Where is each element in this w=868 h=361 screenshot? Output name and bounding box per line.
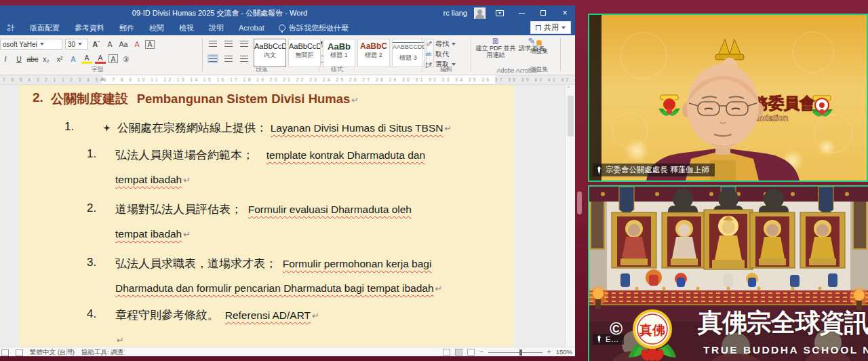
doc-item-1: 1. 弘法人員與道場合約範本； template kontrak Dharmad… xyxy=(19,147,506,163)
style-heading2[interactable]: AaBbC 標題 2 xyxy=(357,39,390,67)
horizontal-ruler[interactable]: 7 6 5 4 3 2 1 1 2 3 4 5 6 7 8 9 10 11 12… xyxy=(0,75,575,85)
tab-view[interactable]: 檢視 xyxy=(172,23,201,33)
strikethrough-button[interactable]: abc xyxy=(27,54,38,64)
document-title: 09-ID Divisi Humas 2025 交流會 - 公關處報告 - Wo… xyxy=(0,5,439,20)
title-bar: 09-ID Divisi Humas 2025 交流會 - 公關處報告 - Wo… xyxy=(0,5,575,20)
styles-group: AaBbCcDd 內文 AaBbCcDd 無間距 AaBb 標題 1 AaBbC… xyxy=(254,35,420,75)
align-center-button[interactable] xyxy=(223,54,234,64)
zoom-out-button[interactable]: − xyxy=(479,348,484,356)
tab-acrobat[interactable]: Acrobat xyxy=(231,24,272,32)
host-scrollbar-thumb[interactable] xyxy=(577,191,582,214)
subscript-button[interactable]: x₂ xyxy=(41,54,52,64)
addins-button[interactable]: 增益集 xyxy=(524,40,555,54)
share-button[interactable]: 共用 xyxy=(530,21,571,34)
doc-item-3-line2: Dharmaduta dan formulir pencarian Dharma… xyxy=(19,282,506,295)
vertical-scrollbar[interactable]: ˆ xyxy=(565,85,575,347)
enclose-characters-button[interactable]: A xyxy=(145,40,155,49)
doc-item-2-line2: tempat ibadah↵ xyxy=(19,227,506,241)
superscript-button[interactable]: x² xyxy=(54,54,65,64)
document-area: 2. 公關制度建設 Pembangunan Sistem Divisi Huma… xyxy=(0,85,575,347)
tell-me-box[interactable]: 告訴我您想做什麼 xyxy=(272,23,355,33)
watermark-english: TRUE BUDDHA SCHOOL NET xyxy=(703,344,868,356)
italic-button[interactable]: I xyxy=(0,54,11,64)
indent-marker[interactable] xyxy=(100,77,105,81)
addins-group: 增益集 增益集 xyxy=(524,35,555,75)
tab-help[interactable]: 說明 xyxy=(201,23,231,33)
tab-references[interactable]: 參考資料 xyxy=(67,23,112,33)
ruler-numbers: 7 6 5 4 3 2 1 1 2 3 4 5 6 7 8 9 10 11 12… xyxy=(3,77,559,82)
replace-icon: ab xyxy=(425,49,433,59)
account-avatar[interactable] xyxy=(474,7,486,19)
zoom-in-button[interactable]: + xyxy=(547,348,551,356)
document-page[interactable]: 2. 公關制度建設 Pembangunan Sistem Divisi Huma… xyxy=(19,85,514,347)
minimize-button[interactable] xyxy=(514,7,529,19)
scrollbar-thumb[interactable] xyxy=(568,96,574,136)
tab-design[interactable]: 計 xyxy=(0,23,22,33)
language-status[interactable]: 繁體中文 (台灣) xyxy=(30,348,75,357)
tab-mailings[interactable]: 郵件 xyxy=(112,23,142,33)
doc-item-4: 4. 章程守則參考條紋。 Referensi AD/ART↵ xyxy=(19,307,506,323)
page-count-icon[interactable] xyxy=(1,349,9,356)
underline-button[interactable]: U xyxy=(14,54,24,64)
text-highlight-button[interactable]: A xyxy=(81,54,92,64)
tab-review[interactable]: 校閱 xyxy=(142,23,172,33)
video-tile-temple[interactable]: E… © 真佛 真佛宗全球資訊網 TRUE BUDDHA SCHOOL NET xyxy=(588,185,868,361)
addin-dot-icon xyxy=(536,40,542,45)
style-no-spacing[interactable]: AaBbCcDd 無間距 xyxy=(288,39,321,67)
font-size-combobox[interactable]: 30 xyxy=(65,39,88,50)
account-name[interactable]: rc liang xyxy=(443,9,467,17)
zoom-slider[interactable] xyxy=(488,349,542,356)
share-icon xyxy=(536,25,541,31)
doc-empty-line: ↵ xyxy=(19,333,506,347)
paragraph-mark: ↵ xyxy=(182,175,191,185)
text-effects-button[interactable]: A xyxy=(68,54,79,64)
numbering-button[interactable] xyxy=(223,39,234,49)
editing-group-label: 編輯 xyxy=(425,65,468,74)
read-mode-button[interactable] xyxy=(443,349,450,356)
print-layout-button[interactable] xyxy=(455,349,462,356)
screen: 09-ID Divisi Humas 2025 交流會 - 公關處報告 - Wo… xyxy=(0,0,868,361)
pdf-icon: 🗎 xyxy=(475,38,517,45)
restore-button[interactable] xyxy=(536,7,551,19)
font-group-label: 字型 xyxy=(0,65,199,74)
close-button[interactable]: × xyxy=(557,7,572,19)
change-case-button[interactable]: Aa xyxy=(118,39,129,50)
web-layout-button[interactable] xyxy=(467,349,475,356)
font-name-combobox[interactable]: osoft YaHei xyxy=(0,39,62,50)
proofing-icon[interactable] xyxy=(16,349,23,356)
find-button[interactable]: ⌕ 尋找 xyxy=(425,39,456,49)
copyright-mark: © xyxy=(610,318,623,339)
style-heading1[interactable]: AaBb 標題 1 xyxy=(323,39,355,67)
doc-item-1-line2: tempat ibadah↵ xyxy=(19,173,506,187)
create-pdf-button[interactable]: 🗎 建立 PDF 並共用連結 xyxy=(475,38,517,58)
zoom-level[interactable]: 150% xyxy=(556,348,572,356)
grow-font-button[interactable]: Aˆ xyxy=(91,39,102,50)
scroll-up-icon[interactable]: ˆ xyxy=(568,86,573,92)
search-icon: ⌕ xyxy=(425,39,433,49)
align-left-button[interactable] xyxy=(208,54,218,64)
diamond-bullet-icon xyxy=(103,124,111,132)
tab-layout[interactable]: 版面配置 xyxy=(22,23,67,33)
shrink-font-button[interactable]: A xyxy=(104,39,115,50)
paragraph-mark: ↵ xyxy=(182,229,191,240)
ribbon-display-options-icon[interactable] xyxy=(492,7,507,19)
multilevel-list-button[interactable] xyxy=(239,39,250,49)
enclose-number-button[interactable]: ③ xyxy=(121,54,132,64)
caret-down-icon xyxy=(452,43,456,45)
replace-button[interactable]: ab 取代 xyxy=(425,49,449,59)
character-shading-button[interactable]: A xyxy=(108,54,118,63)
tbsn-badge-icon: 真佛 xyxy=(625,307,680,361)
accessibility-status[interactable]: 協助工具: 調查 xyxy=(81,348,123,357)
doc-lead-item: 1. 公關處在宗務網站線上提供： Layanan Divisi Humas di… xyxy=(19,120,506,136)
host-scroll-strip xyxy=(575,0,588,361)
font-color-button[interactable]: A xyxy=(95,54,106,64)
paragraph-mark: ↵ xyxy=(311,311,319,321)
editing-group: ⌕ 尋找 ab 取代 ▷ 選取 編輯 xyxy=(425,35,468,75)
style-heading3[interactable]: AABBCCDD 標題 3 xyxy=(392,39,425,67)
bullets-button[interactable] xyxy=(208,39,218,49)
style-normal[interactable]: AaBbCcDd 內文 xyxy=(254,39,286,67)
video-tile-speaker[interactable]: 宗務委員會 Foundation xyxy=(588,14,868,182)
align-right-button[interactable] xyxy=(239,54,250,64)
clear-formatting-button[interactable]: A xyxy=(132,39,142,50)
ribbon: osoft YaHei 30 Aˆ A Aa A A I U abc x₂ xyxy=(0,35,575,75)
